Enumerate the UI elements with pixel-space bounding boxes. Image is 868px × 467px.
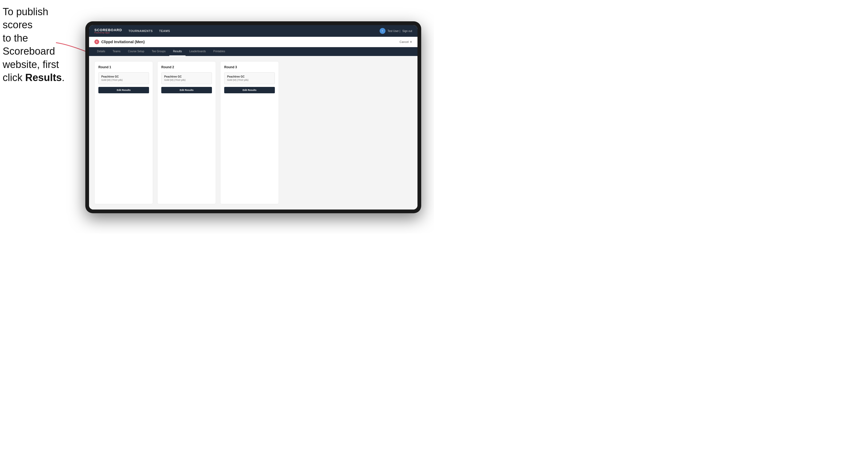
round-1-tees: Gold (M) (7010 yds): [101, 79, 146, 81]
round-3-title: Round 3: [224, 65, 275, 69]
tournament-title-area: C Clippd Invitational (Men): [94, 39, 145, 44]
round-2-tees: Gold (M) (7010 yds): [164, 79, 209, 81]
tab-bar: Details Teams Course Setup Tee Groups Re…: [89, 47, 417, 56]
round-2-title: Round 2: [161, 65, 212, 69]
user-avatar: T: [380, 28, 385, 34]
tab-course-setup[interactable]: Course Setup: [124, 47, 148, 56]
tournament-icon: C: [94, 39, 99, 44]
round-1-card: Round 1 Peachtree GC Gold (M) (7010 yds)…: [94, 61, 153, 204]
round-2-card: Round 2 Peachtree GC Gold (M) (7010 yds)…: [157, 61, 216, 204]
round-3-tees: Gold (M) (7010 yds): [227, 79, 272, 81]
sub-header: C Clippd Invitational (Men) Cancel ✕: [89, 37, 417, 47]
round-2-course-card: Peachtree GC Gold (M) (7010 yds): [161, 72, 212, 84]
tablet-device: SCOREBOARD Powered by clippd TOURNAMENTS…: [85, 21, 421, 213]
sign-out-link[interactable]: Sign out: [402, 30, 412, 33]
nav-teams[interactable]: TEAMS: [159, 28, 170, 34]
tab-details[interactable]: Details: [93, 47, 109, 56]
tab-tee-groups[interactable]: Tee Groups: [148, 47, 169, 56]
round-3-course-card: Peachtree GC Gold (M) (7010 yds): [224, 72, 275, 84]
tab-results[interactable]: Results: [169, 47, 186, 56]
tab-printables[interactable]: Printables: [210, 47, 229, 56]
user-name: Test User |: [388, 30, 400, 33]
round-1-course-name: Peachtree GC: [101, 75, 146, 78]
round-2-course-name: Peachtree GC: [164, 75, 209, 78]
round-1-title: Round 1: [98, 65, 149, 69]
round-3-course-name: Peachtree GC: [227, 75, 272, 78]
round-1-edit-results-button[interactable]: Edit Results: [98, 87, 149, 93]
tournament-title: Clippd Invitational (Men): [101, 40, 145, 44]
tablet-screen: SCOREBOARD Powered by clippd TOURNAMENTS…: [89, 25, 417, 210]
instruction-left: To publish scores to the Scoreboard webs…: [3, 5, 77, 84]
nav-right: T Test User | Sign out: [380, 28, 412, 34]
cancel-button[interactable]: Cancel ✕: [400, 40, 412, 44]
nav-tournaments[interactable]: TOURNAMENTS: [128, 28, 153, 34]
round-1-course-card: Peachtree GC Gold (M) (7010 yds): [98, 72, 149, 84]
round-3-card: Round 3 Peachtree GC Gold (M) (7010 yds)…: [220, 61, 279, 204]
logo-text: SCOREBOARD: [94, 28, 122, 32]
nav-links: TOURNAMENTS TEAMS: [128, 28, 380, 34]
logo-area: SCOREBOARD Powered by clippd: [94, 28, 122, 34]
logo-subtext: Powered by clippd: [94, 32, 122, 34]
main-content: Round 1 Peachtree GC Gold (M) (7010 yds)…: [89, 56, 417, 210]
round-2-edit-results-button[interactable]: Edit Results: [161, 87, 212, 93]
top-navigation: SCOREBOARD Powered by clippd TOURNAMENTS…: [89, 25, 417, 37]
tab-teams[interactable]: Teams: [109, 47, 124, 56]
tab-leaderboards[interactable]: Leaderboards: [186, 47, 210, 56]
round-3-edit-results-button[interactable]: Edit Results: [224, 87, 275, 93]
